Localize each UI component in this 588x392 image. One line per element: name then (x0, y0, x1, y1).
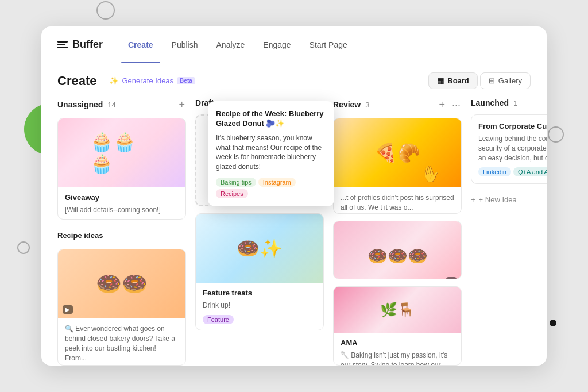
deco-circle-right (548, 126, 564, 143)
column-launched-header: Launched 1 (471, 96, 547, 114)
floating-card-tags: Baking tips Instagram Recipes (216, 178, 326, 198)
card-corporate-desc: Leaving behind the comfort and security … (478, 134, 547, 163)
column-unassigned-header: Unassigned 14 + (57, 96, 186, 118)
column-review: Review 3 + ··· ...t of pr (328, 96, 466, 366)
card-corporate-title: From Corporate Cubicles to (478, 122, 547, 130)
card-giveaway-tags: Giveaways (65, 220, 179, 220)
column-launched-count: 1 (513, 99, 517, 107)
page-title-area: Create ✨ Generate Ideas Beta (57, 74, 201, 89)
card-giveaway-body: Giveaway [Will add details--coming soon!… (58, 187, 185, 220)
section-recipe-ideas: Recipe ideas (57, 226, 186, 242)
card-ama[interactable]: AMA 🥄 Baking isn't just my passion, it's… (333, 286, 462, 366)
column-launched-title: Launched 1 (471, 98, 517, 107)
board-view-button[interactable]: ▦ Board (428, 72, 478, 89)
card-feature-treats-body: Feature treats Drink up! Feature (196, 283, 323, 330)
nav-links: Create Publish Analyze Engage Start Page (121, 37, 354, 53)
tag-qa-ama[interactable]: Q+A and AMA (513, 167, 547, 176)
sparkle-icon: ✨ (109, 76, 118, 85)
column-unassigned-title: Unassigned 14 (57, 100, 116, 109)
card-review1-image (334, 118, 461, 187)
tag-feature[interactable]: Feature (203, 315, 234, 324)
beta-badge: Beta (177, 77, 195, 84)
board-label: Board (447, 76, 469, 85)
card-corporate-tags: Linkedin Q+A and AMA (478, 167, 547, 176)
column-review-add[interactable]: + (438, 98, 446, 111)
nav-start-page[interactable]: Start Page (303, 37, 354, 53)
card-feature-treats-image (196, 214, 323, 283)
page-title: Create (57, 74, 96, 89)
card-giveaway-title: Giveaway (65, 193, 179, 203)
deco-circle-left (17, 241, 30, 254)
tag-linkedin[interactable]: Linkedin (478, 167, 511, 176)
column-review-header: Review 3 + ··· (333, 96, 462, 118)
column-unassigned-count: 14 (107, 101, 115, 109)
card-corporate[interactable]: From Corporate Cubicles to Leaving behin… (471, 114, 547, 184)
floating-tag-baking[interactable]: Baking tips (216, 178, 256, 187)
card-ama-image (334, 287, 461, 333)
card-giveaway-image (58, 118, 185, 187)
page-header: Create ✨ Generate Ideas Beta ▦ Board ⊞ G… (41, 63, 547, 96)
column-unassigned-actions: + (177, 98, 186, 111)
card-review1-desc: ...t of profiles didn't post his surpris… (341, 193, 454, 213)
generate-ideas-button[interactable]: ✨ Generate Ideas Beta (103, 74, 200, 87)
nav-bar: Buffer Create Publish Analyze Engage Sta… (41, 26, 547, 63)
card-donuts-pink[interactable]: ▶ (333, 221, 462, 279)
generate-ideas-label: Generate Ideas (122, 76, 173, 85)
floating-card-text: It's blueberry season, you know what tha… (216, 133, 326, 172)
column-launched: Launched 1 From Corporate Cubicles to Le… (466, 96, 547, 366)
card-behind-scenes[interactable]: ▶ 🔍 Ever wondered what goes on behind cl… (57, 249, 186, 366)
new-idea-button[interactable]: + + New Idea (471, 191, 547, 209)
floating-tag-instagram[interactable]: Instagram (258, 178, 296, 187)
column-review-title: Review 3 (333, 100, 369, 109)
column-unassigned-cards: Giveaway [Will add details--coming soon!… (57, 118, 186, 366)
card-ama-title: AMA (341, 339, 454, 348)
card-ama-desc: 🥄 Baking isn't just my passion, it's our… (341, 351, 454, 366)
nav-engage[interactable]: Engage (256, 37, 297, 53)
logo-text: Buffer (72, 39, 103, 51)
floating-card[interactable]: ✋ Recipe of the Week: Blueberry Glazed D… (208, 101, 334, 206)
app-window: Buffer Create Publish Analyze Engage Sta… (41, 26, 547, 366)
buffer-logo-icon (57, 41, 68, 48)
card-behind-scenes-body: 🔍 Ever wondered what goes on behind clos… (58, 318, 185, 366)
video-icon: ▶ (63, 305, 73, 314)
card-feature-treats-desc: Drink up! (203, 301, 316, 310)
card-ama-body: AMA 🥄 Baking isn't just my passion, it's… (334, 333, 461, 366)
card-review1[interactable]: ...t of profiles didn't post his surpris… (333, 118, 462, 214)
gallery-icon: ⊞ (489, 76, 495, 85)
tag-giveaways[interactable]: Giveaways (65, 220, 105, 220)
column-review-menu[interactable]: ··· (451, 98, 462, 111)
board-icon: ▦ (437, 76, 444, 85)
gallery-label: Gallery (498, 76, 522, 85)
card-feature-treats-title: Feature treats (203, 289, 316, 298)
deco-circle-top (96, 1, 115, 20)
card-behind-scenes-desc: 🔍 Ever wondered what goes on behind clos… (65, 324, 179, 363)
card-review1-body: ...t of profiles didn't post his surpris… (334, 187, 461, 214)
card-giveaway-desc: [Will add details--coming soon!] (65, 205, 179, 215)
nav-create[interactable]: Create (121, 37, 160, 53)
column-review-actions: + ··· (438, 98, 462, 111)
nav-analyze[interactable]: Analyze (210, 37, 252, 53)
column-unassigned-add[interactable]: + (177, 98, 186, 111)
floating-card-title: Recipe of the Week: Blueberry Glazed Don… (216, 109, 326, 129)
column-review-count: 3 (365, 101, 369, 109)
card-giveaway[interactable]: Giveaway [Will add details--coming soon!… (57, 118, 186, 220)
card-feature-treats-tags: Feature (203, 315, 316, 324)
new-idea-icon: + (471, 195, 475, 204)
card-feature-treats[interactable]: Feature treats Drink up! Feature (195, 213, 324, 330)
gallery-view-button[interactable]: ⊞ Gallery (480, 72, 531, 89)
column-review-cards: ...t of profiles didn't post his surpris… (333, 118, 462, 366)
new-idea-label: + New Idea (479, 195, 517, 204)
nav-publish[interactable]: Publish (165, 37, 205, 53)
column-launched-cards: From Corporate Cubicles to Leaving behin… (471, 114, 547, 366)
card-behind-scenes-image: ▶ (58, 249, 185, 318)
page-wrapper: Buffer Create Publish Analyze Engage Sta… (0, 0, 588, 392)
floating-tag-recipes[interactable]: Recipes (216, 189, 248, 198)
view-toggle: ▦ Board ⊞ Gallery (428, 72, 531, 89)
column-unassigned: Unassigned 14 + Giveaway (53, 96, 191, 366)
logo: Buffer (57, 39, 103, 51)
video-icon-2: ▶ (446, 277, 457, 279)
card-donuts-pink-image: ▶ (334, 221, 461, 279)
